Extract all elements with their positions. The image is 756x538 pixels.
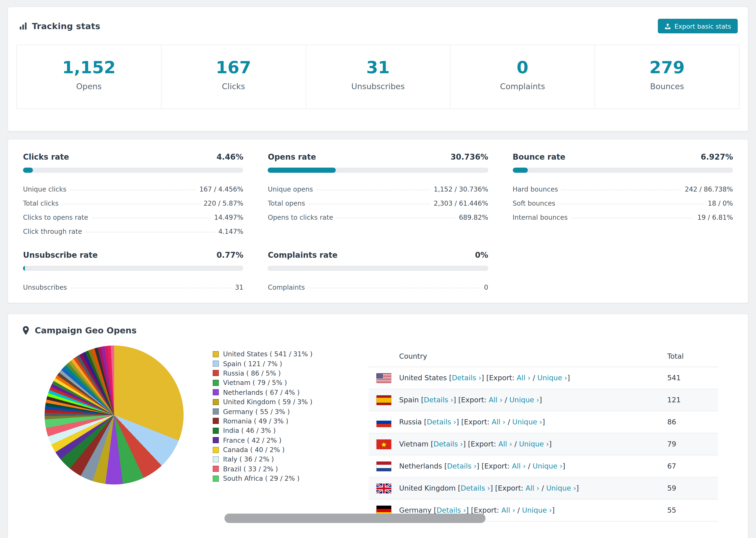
details-link[interactable]: Details › bbox=[452, 374, 481, 382]
rate-value: 6.927% bbox=[701, 153, 733, 161]
legend-item: Netherlands ( 67 / 4% ) bbox=[213, 388, 350, 397]
details-link[interactable]: Details › bbox=[447, 462, 477, 470]
legend-swatch bbox=[213, 437, 219, 443]
details-link[interactable]: Details › bbox=[433, 440, 463, 448]
rate-detail-row: Total opens2,303 / 61.446% bbox=[268, 196, 488, 210]
legend-label: Romania ( 49 / 3% ) bbox=[223, 417, 288, 425]
stat-box-bounces: 279Bounces bbox=[594, 45, 739, 109]
export-unique-link[interactable]: Unique › bbox=[532, 462, 562, 470]
dotted-leader bbox=[70, 190, 195, 190]
rate-detail-value: 31 bbox=[235, 284, 243, 291]
export-unique-link[interactable]: Unique › bbox=[546, 484, 576, 493]
total-cell: 121 bbox=[667, 396, 718, 404]
legend-item: Romania ( 49 / 3% ) bbox=[213, 416, 350, 426]
details-link[interactable]: Details › bbox=[460, 484, 490, 493]
legend-label: United States ( 541 / 31% ) bbox=[223, 350, 312, 358]
legend-swatch bbox=[213, 447, 219, 453]
rate-title: Complaints rate bbox=[268, 251, 338, 260]
export-unique-link[interactable]: Unique › bbox=[537, 374, 567, 382]
export-all-link[interactable]: All › bbox=[492, 418, 506, 426]
legend-label: Spain ( 121 / 7% ) bbox=[223, 360, 282, 367]
dotted-leader bbox=[86, 232, 214, 232]
rate-detail-row: Opens to clicks rate689.82% bbox=[268, 210, 488, 224]
rate-value: 4.46% bbox=[216, 153, 243, 161]
export-unique-link[interactable]: Unique › bbox=[509, 396, 539, 404]
country-cell: Vietnam [Details ›] [Export: All › / Uni… bbox=[399, 440, 667, 448]
export-button-label: Export basic stats bbox=[675, 22, 731, 30]
rate-detail-row: Unique opens1,152 / 30.736% bbox=[268, 182, 488, 196]
export-all-link[interactable]: All › bbox=[489, 396, 503, 404]
flag-icon-es bbox=[376, 395, 392, 405]
geo-pie-chart[interactable] bbox=[45, 346, 184, 484]
legend-label: United Kingdom ( 59 / 3% ) bbox=[223, 398, 312, 405]
rate-detail-label: Internal bounces bbox=[513, 214, 567, 221]
rate-progress-bar bbox=[23, 266, 243, 271]
legend-swatch bbox=[213, 370, 219, 376]
export-unique-link[interactable]: Unique › bbox=[519, 440, 549, 448]
flag-icon-gb bbox=[376, 483, 392, 493]
geo-table: Country Total United States [Details ›] … bbox=[369, 346, 718, 521]
details-link[interactable]: Details › bbox=[427, 418, 457, 426]
rate-progress-fill bbox=[513, 168, 528, 173]
tracking-stats-row: 1,152Opens167Clicks31Unsubscribes0Compla… bbox=[17, 45, 739, 109]
stat-value: 1,152 bbox=[17, 58, 161, 77]
rate-detail-row: Internal bounces19 / 6.81% bbox=[513, 210, 733, 224]
country-cell: Russia [Details ›] [Export: All › / Uniq… bbox=[399, 418, 667, 426]
legend-swatch bbox=[213, 408, 219, 414]
export-basic-stats-button[interactable]: Export basic stats bbox=[658, 19, 738, 33]
export-all-link[interactable]: All › bbox=[499, 440, 512, 448]
rate-detail-label: Soft bounces bbox=[513, 199, 555, 207]
legend-item: India ( 46 / 3% ) bbox=[213, 426, 350, 435]
rate-detail-value: 220 / 5.87% bbox=[203, 199, 243, 207]
legend-item: Russia ( 86 / 5% ) bbox=[213, 368, 350, 378]
rate-detail-value: 1,152 / 30.736% bbox=[434, 186, 488, 193]
export-all-link[interactable]: All › bbox=[525, 484, 539, 493]
export-unique-link[interactable]: Unique › bbox=[512, 418, 542, 426]
rate-detail-value: 14.497% bbox=[214, 214, 243, 221]
stat-label: Unsubscribes bbox=[306, 81, 450, 91]
stat-value: 0 bbox=[451, 58, 595, 77]
stat-label: Opens bbox=[17, 81, 161, 91]
export-all-link[interactable]: All › bbox=[502, 506, 515, 514]
horizontal-scrollbar-thumb[interactable] bbox=[225, 513, 486, 523]
details-link[interactable]: Details › bbox=[424, 396, 453, 404]
geo-opens-card: Campaign Geo Opens United States ( 541 /… bbox=[8, 314, 748, 538]
rate-detail-value: 19 / 6.81% bbox=[697, 214, 733, 221]
country-name: United Kingdom bbox=[399, 484, 456, 493]
dotted-leader bbox=[559, 204, 704, 204]
legend-item: Vietnam ( 79 / 5% ) bbox=[213, 378, 350, 388]
rate-detail-value: 689.82% bbox=[459, 214, 488, 221]
map-pin-icon bbox=[22, 326, 29, 335]
rate-value: 0% bbox=[475, 251, 488, 260]
legend-item: United Kingdom ( 59 / 3% ) bbox=[213, 397, 350, 407]
dotted-leader bbox=[308, 288, 480, 288]
page: Tracking stats Export basic stats 1,152O… bbox=[0, 0, 756, 538]
rate-detail-value: 18 / 0% bbox=[708, 199, 733, 207]
export-all-link[interactable]: All › bbox=[517, 374, 531, 382]
legend-swatch bbox=[213, 456, 219, 462]
country-name: Russia bbox=[399, 418, 422, 426]
geo-table-header: Country Total bbox=[369, 346, 718, 367]
legend-item: South Africa ( 29 / 2% ) bbox=[213, 474, 350, 483]
geo-content: United States ( 541 / 31% )Spain ( 121 /… bbox=[8, 346, 748, 521]
legend-swatch bbox=[213, 351, 219, 357]
rate-block-unsubscribe-rate: Unsubscribe rate0.77%Unsubscribes31 bbox=[23, 251, 243, 295]
total-column-header: Total bbox=[667, 352, 718, 360]
export-all-link[interactable]: All › bbox=[512, 462, 526, 470]
legend-label: South Africa ( 29 / 2% ) bbox=[223, 475, 299, 482]
export-unique-link[interactable]: Unique › bbox=[522, 506, 552, 514]
rate-detail-label: Click through rate bbox=[23, 228, 82, 235]
legend-swatch bbox=[213, 476, 219, 482]
rate-detail-label: Clicks to opens rate bbox=[23, 214, 88, 221]
stat-box-opens: 1,152Opens bbox=[17, 45, 162, 109]
details-link[interactable]: Details › bbox=[436, 506, 466, 514]
flag-icon-vn bbox=[376, 439, 392, 449]
rate-detail-row: Complaints0 bbox=[268, 280, 488, 295]
dotted-leader bbox=[92, 218, 210, 218]
legend-item: Canada ( 40 / 2% ) bbox=[213, 445, 350, 455]
country-name: Spain bbox=[399, 396, 419, 404]
country-cell: Germany [Details ›] [Export: All › / Uni… bbox=[399, 506, 667, 514]
rate-progress-bar bbox=[513, 168, 733, 173]
legend-item: United States ( 541 / 31% ) bbox=[213, 349, 350, 359]
geo-table-row: United Kingdom [Details ›] [Export: All … bbox=[369, 477, 718, 500]
